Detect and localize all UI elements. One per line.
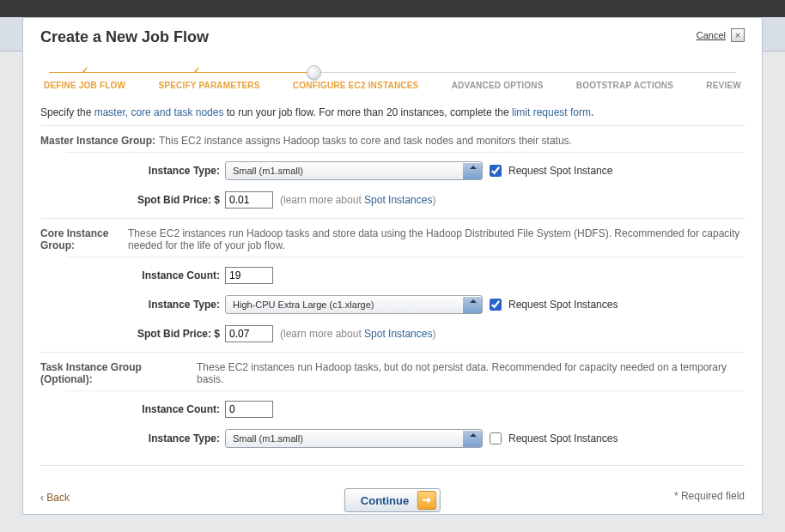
spot-instances-link[interactable]: Spot Instances xyxy=(364,328,432,340)
label-task-instance-count: Instance Count: xyxy=(40,403,225,415)
core-group-heading: Core Instance Group: These EC2 instances… xyxy=(40,227,745,251)
label-core-instance-type: Instance Type: xyxy=(40,299,225,311)
wizard-step[interactable]: CONFIGURE EC2 INSTANCES xyxy=(293,81,419,90)
core-request-spot-label[interactable]: Request Spot Instances xyxy=(508,299,618,311)
wizard-step: REVIEW xyxy=(706,81,741,90)
wizard-step: BOOTSTRAP ACTIONS xyxy=(576,81,673,90)
core-instance-type-select[interactable]: High-CPU Extra Large (c1.xlarge) xyxy=(225,295,483,314)
task-instance-count-input[interactable] xyxy=(225,401,273,418)
label-core-spot-bid: Spot Bid Price: $ xyxy=(40,328,225,340)
wizard-step: ADVANCED OPTIONS xyxy=(452,81,544,90)
master-request-spot-label[interactable]: Request Spot Instance xyxy=(508,165,612,177)
label-core-instance-count: Instance Count: xyxy=(40,269,225,281)
wizard-steps: ✓ ✓ DEFINE JOB FLOW SPECIFY PARAMETERS C… xyxy=(40,62,745,96)
continue-button[interactable]: Continue xyxy=(344,488,441,512)
wizard-current-marker xyxy=(307,65,321,80)
core-request-spot-checkbox[interactable] xyxy=(490,299,502,311)
continue-arrow-icon xyxy=(417,491,436,510)
wizard-step[interactable]: DEFINE JOB FLOW xyxy=(44,81,125,90)
task-group-heading: Task Instance Group (Optional): These EC… xyxy=(40,361,745,385)
task-request-spot-label[interactable]: Request Spot Instances xyxy=(508,432,618,444)
label-master-instance-type: Instance Type: xyxy=(40,165,225,177)
step-done-check-icon: ✓ xyxy=(193,65,200,75)
master-group-heading: Master Instance Group: This EC2 instance… xyxy=(40,135,745,147)
core-spot-bid-input[interactable] xyxy=(225,325,273,342)
intro-text: Specify the master, core and task nodes … xyxy=(40,106,745,118)
back-button[interactable]: ‹ Back xyxy=(40,492,70,504)
task-request-spot-checkbox[interactable] xyxy=(490,432,502,444)
wizard-step[interactable]: SPECIFY PARAMETERS xyxy=(158,81,259,90)
label-master-spot-bid: Spot Bid Price: $ xyxy=(40,194,225,206)
label-task-instance-type: Instance Type: xyxy=(40,432,225,444)
spot-instances-link[interactable]: Spot Instances xyxy=(364,194,432,206)
task-instance-type-select[interactable]: Small (m1.small) xyxy=(225,429,483,448)
intro-nodes-link[interactable]: master, core and task nodes xyxy=(94,106,224,118)
cancel-link[interactable]: Cancel xyxy=(697,30,726,40)
modal-title: Create a New Job Flow xyxy=(40,28,209,46)
close-icon[interactable]: × xyxy=(731,28,745,42)
required-field-note: * Required field xyxy=(674,490,745,502)
step-done-check-icon: ✓ xyxy=(82,65,88,75)
core-instance-count-input[interactable] xyxy=(225,267,273,284)
limit-request-form-link[interactable]: limit request form xyxy=(512,106,591,118)
master-request-spot-checkbox[interactable] xyxy=(490,165,502,177)
master-instance-type-select[interactable]: Small (m1.small) xyxy=(225,161,483,180)
master-spot-bid-input[interactable] xyxy=(225,191,273,209)
create-job-flow-modal: Create a New Job Flow Cancel × ✓ ✓ DEFIN… xyxy=(22,17,763,515)
